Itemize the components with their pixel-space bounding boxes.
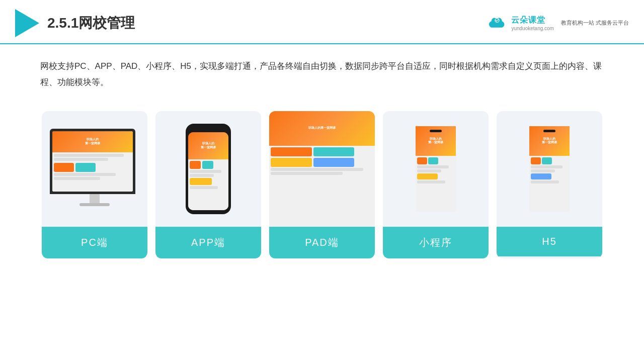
header-left: 2.5.1网校管理 xyxy=(15,9,135,37)
card-app-label: APP端 xyxy=(155,227,261,258)
brand-info: 云朵课堂 yunduoketang.com xyxy=(511,15,554,31)
cards-container: 职场人的第一堂网课 xyxy=(0,101,644,274)
miniprogram-phone-icon: 职场人的第一堂网课 xyxy=(416,126,456,212)
header: 2.5.1网校管理 云朵课堂 yunduoketang.com 教育机构一站 式… xyxy=(0,0,644,44)
miniprogram-screen-text: 职场人的第一堂网课 xyxy=(428,137,443,145)
app-phone-icon: 职场人的第一堂网课 xyxy=(186,124,231,214)
card-miniprogram-image: 职场人的第一堂网课 xyxy=(383,111,489,227)
card-app: 职场人的第一堂网课 xyxy=(155,111,261,258)
pc-monitor-icon: 职场人的第一堂网课 xyxy=(50,129,139,209)
pc-screen-text: 职场人的第一堂网课 xyxy=(85,138,100,146)
description-paragraph: 网校支持PC、APP、PAD、小程序、H5，实现多端打通，产品各终端自由切换，数… xyxy=(40,58,604,91)
brand-name: 云朵课堂 xyxy=(511,15,554,26)
h5-phone-icon: 职场人的第一堂网课 xyxy=(529,126,570,212)
pad-tablet-icon: 职场人的第一堂网课 xyxy=(289,126,355,212)
app-screen-text: 职场人的第一堂网课 xyxy=(201,142,216,150)
card-pc: 职场人的第一堂网课 xyxy=(42,111,147,258)
card-pc-image: 职场人的第一堂网课 xyxy=(42,111,147,227)
card-h5: 职场人的第一堂网课 xyxy=(497,111,602,258)
card-miniprogram: 职场人的第一堂网课 xyxy=(383,111,489,258)
header-right: 云朵课堂 yunduoketang.com 教育机构一站 式服务云平台 xyxy=(487,15,629,31)
logo-triangle-icon xyxy=(15,9,39,37)
card-pad-image: 职场人的第一堂网课 xyxy=(269,111,375,227)
cloud-icon xyxy=(487,16,507,30)
description-text: 网校支持PC、APP、PAD、小程序、H5，实现多端打通，产品各终端自由切换，数… xyxy=(0,44,644,101)
card-miniprogram-label: 小程序 xyxy=(383,227,489,258)
h5-screen-text: 职场人的第一堂网课 xyxy=(542,137,557,145)
card-h5-label: H5 xyxy=(497,227,602,256)
card-pad-label: PAD端 xyxy=(269,227,375,258)
card-h5-image: 职场人的第一堂网课 xyxy=(497,111,602,227)
brand-tagline: 教育机构一站 式服务云平台 xyxy=(561,19,629,27)
page-title: 2.5.1网校管理 xyxy=(47,14,135,33)
card-pc-label: PC端 xyxy=(42,227,147,258)
brand-url: yunduoketang.com xyxy=(511,26,554,31)
card-app-image: 职场人的第一堂网课 xyxy=(155,111,261,227)
card-pad: 职场人的第一堂网课 xyxy=(269,111,375,258)
